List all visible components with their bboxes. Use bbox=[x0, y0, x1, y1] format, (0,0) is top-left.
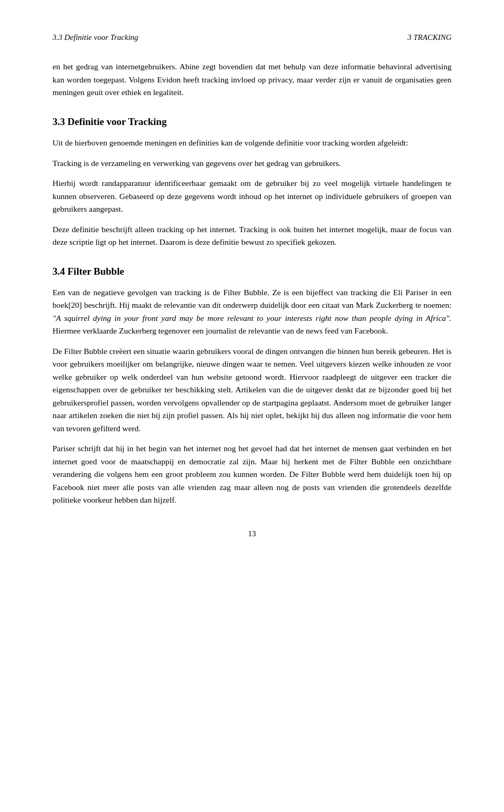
page: 3.3 Definitie voor Tracking 3 TRACKING e… bbox=[0, 0, 504, 812]
s3-4-p2: De Filter Bubble creëert een situatie wa… bbox=[52, 345, 452, 435]
section-3-4: 3.4 Filter Bubble Een van de negatieve g… bbox=[52, 264, 452, 507]
s3-4-p1-text1: Een van de negatieve gevolgen van tracki… bbox=[52, 288, 452, 309]
section-3-4-heading: 3.4 Filter Bubble bbox=[52, 264, 452, 279]
page-header: 3.3 Definitie voor Tracking 3 TRACKING bbox=[52, 32, 452, 44]
section-3-3: 3.3 Definitie voor Tracking Uit de hierb… bbox=[52, 114, 452, 249]
s3-4-p3: Pariser schrijft dat hij in het begin va… bbox=[52, 442, 452, 506]
s3-3-p2: Tracking is de verzameling en verwerking… bbox=[52, 157, 452, 170]
tracking-definition-text: Tracking is de verzameling en verwerking… bbox=[52, 159, 341, 168]
s3-3-p3: Hierbij wordt randapparatuur identificee… bbox=[52, 177, 452, 215]
header-left: 3.3 Definitie voor Tracking bbox=[52, 32, 138, 44]
s3-3-p1: Uit de hierboven genoemde meningen en de… bbox=[52, 137, 452, 149]
s3-4-p1: Een van de negatieve gevolgen van tracki… bbox=[52, 286, 452, 338]
s3-4-p1-italic: "A squirrel dying in your front yard may… bbox=[52, 314, 452, 322]
s3-3-p4: Deze definitie beschrijft alleen trackin… bbox=[52, 223, 452, 249]
s3-4-p1-text2: Hiermee verklaarde Zuckerberg tegenover … bbox=[52, 326, 388, 335]
section-3-3-heading: 3.3 Definitie voor Tracking bbox=[52, 114, 452, 129]
opening-paragraph: en het gedrag van internetgebruikers. Ab… bbox=[52, 60, 452, 99]
header-right: 3 TRACKING bbox=[407, 32, 452, 44]
page-number: 13 bbox=[52, 528, 452, 540]
